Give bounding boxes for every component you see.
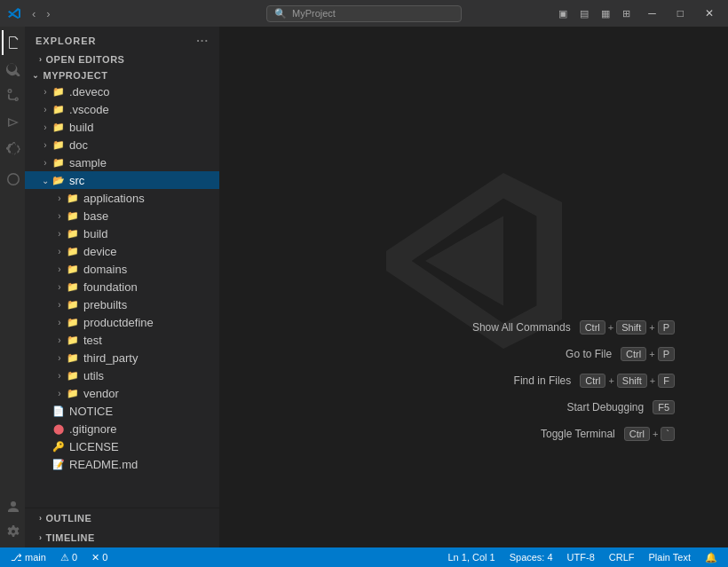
shortcut-keys: F5 [653,400,675,414]
sidebar-item-source-control[interactable] [2,83,23,108]
nav-back-button[interactable]: ‹ [28,5,39,22]
chevron-icon: › [39,122,51,132]
sidebar-item-explorer[interactable] [2,30,23,55]
chevron-right-icon: › [39,55,43,64]
project-section[interactable]: ⌄ MYPROJECT [25,67,219,83]
command-label: Show All Commands [472,321,571,334]
key-f: F [658,374,675,388]
command-label: Start Debugging [566,401,644,413]
tree-item-domains[interactable]: › 📁 domains [25,260,219,278]
key-plus: + [653,429,658,439]
layout-icon-1[interactable]: ▣ [555,6,571,21]
tree-item-build-src[interactable]: › 📁 build [25,224,219,242]
tree-item-sample[interactable]: › 📁 sample [25,154,219,171]
tree-item-productdefine[interactable]: › 📁 productdefine [25,313,219,331]
tree-item-notice[interactable]: 📄 NOTICE [25,402,219,420]
sidebar-item-run[interactable] [2,110,23,135]
key-f5: F5 [653,400,675,414]
shortcut-keys: Ctrl + Shift + P [580,320,675,335]
tree-item-src[interactable]: ⌄ 📂 src [25,171,219,189]
command-label: Toggle Terminal [541,428,615,440]
maximize-button[interactable]: □ [670,5,691,21]
open-editors-section[interactable]: › Open Editors [25,51,219,67]
minimize-button[interactable]: ─ [641,5,663,21]
chevron-right-icon: › [39,533,43,542]
chevron-icon: › [53,371,66,381]
chevron-icon: › [39,105,51,114]
shortcut-keys: Ctrl + P [621,347,675,361]
file-icon: 📝 [51,457,66,471]
command-toggle-terminal: Toggle Terminal Ctrl + ` [472,427,675,441]
status-language[interactable]: Plain Text [645,552,695,563]
folder-icon: 📁 [66,226,80,240]
folder-icon: 📁 [66,350,80,365]
folder-icon: 📁 [66,280,80,294]
status-warnings[interactable]: ⚠ 0 [57,552,81,563]
statusbar: ⎇ main ⚠ 0 ✕ 0 Ln 1, Col 1 Spaces: 4 UTF… [0,547,728,567]
key-ctrl: Ctrl [580,374,605,388]
tree-item-test[interactable]: › 📁 test [25,331,219,349]
tree-item-doc[interactable]: › 📁 doc [25,136,219,154]
status-branch[interactable]: ⎇ main [7,552,50,563]
tree-item-readme[interactable]: 📝 README.md [25,455,219,473]
tree-item-gitignore[interactable]: ⬤ .gitignore [25,420,219,437]
tree-item-vendor[interactable]: › 📁 vendor [25,384,219,402]
close-button[interactable]: ✕ [698,5,721,21]
file-icon: 📄 [51,404,66,418]
command-go-to-file: Go to File Ctrl + P [472,347,675,361]
sidebar-item-extensions[interactable] [2,137,23,161]
status-spaces[interactable]: Spaces: 4 [506,552,557,563]
sidebar-header: Explorer ··· [25,27,219,51]
sidebar-more-icon[interactable]: ··· [196,34,209,47]
command-start-debugging: Start Debugging F5 [472,400,675,414]
layout-icon-3[interactable]: ▦ [597,6,613,21]
command-find-in-files: Find in Files Ctrl + Shift + F [472,374,675,388]
chevron-icon: › [53,300,66,310]
titlebar-nav: ‹ › [28,5,54,22]
tree-item-license[interactable]: 🔑 LICENSE [25,437,219,455]
sidebar-item-search[interactable] [2,57,23,82]
sidebar-content[interactable]: › Open Editors ⌄ MYPROJECT › 📁 .deveco ›… [25,51,219,508]
key-ctrl: Ctrl [580,320,605,335]
sidebar-item-remote[interactable] [2,167,23,192]
sidebar-item-settings[interactable] [2,519,23,544]
tree-item-applications[interactable]: › 📁 applications [25,189,219,207]
status-cursor[interactable]: Ln 1, Col 1 [444,552,498,563]
layout-icon-4[interactable]: ⊞ [619,6,634,21]
chevron-icon: › [53,318,66,327]
key-plus: + [650,375,655,386]
key-shift: Shift [616,320,646,335]
sidebar-title: Explorer [36,35,97,46]
tree-item-device[interactable]: › 📁 device [25,242,219,260]
search-icon: 🔍 [274,8,287,20]
chevron-icon: › [53,353,66,363]
shortcut-keys: Ctrl + ` [624,427,675,441]
key-p: P [658,347,675,361]
tree-item-deveco[interactable]: › 📁 .deveco [25,83,219,100]
tree-item-utils[interactable]: › 📁 utils [25,366,219,384]
tree-item-base[interactable]: › 📁 base [25,207,219,224]
tree-item-vscode[interactable]: › 📁 .vscode [25,100,219,118]
status-encoding[interactable]: UTF-8 [564,552,598,563]
file-icon: ⬤ [51,421,66,436]
tree-item-prebuilts[interactable]: › 📁 prebuilts [25,295,219,313]
status-notifications[interactable]: 🔔 [701,552,721,563]
sidebar-item-accounts[interactable] [2,494,23,519]
tree-item-foundation[interactable]: › 📁 foundation [25,278,219,295]
timeline-panel[interactable]: › Timeline [25,528,219,547]
titlebar-search[interactable]: 🔍 MyProject [266,5,462,22]
folder-icon: 📁 [51,155,66,169]
titlebar-right: ▣ ▤ ▦ ⊞ ─ □ ✕ [555,5,721,21]
chevron-icon: › [53,282,66,292]
key-p: P [658,320,675,335]
layout-icon-2[interactable]: ▤ [576,6,592,21]
editor-area: Show All Commands Ctrl + Shift + P Go to… [220,27,728,547]
nav-forward-button[interactable]: › [43,5,53,22]
key-backtick: ` [661,427,675,441]
folder-icon: 📁 [51,138,66,152]
tree-item-third-party[interactable]: › 📁 third_party [25,349,219,366]
tree-item-build-root[interactable]: › 📁 build [25,118,219,136]
status-eol[interactable]: CRLF [605,552,638,563]
status-errors[interactable]: ✕ 0 [88,552,111,563]
outline-panel[interactable]: › Outline [25,508,219,528]
